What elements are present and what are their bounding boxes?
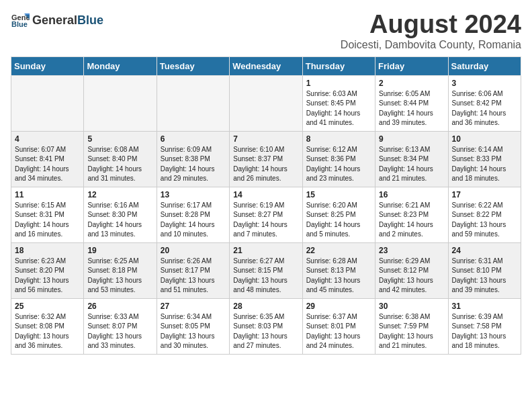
logo-general: General	[32, 13, 77, 28]
day-number: 11	[15, 190, 80, 199]
day-info: Sunrise: 6:25 AM Sunset: 8:18 PM Dayligh…	[87, 257, 152, 295]
day-number: 22	[306, 246, 371, 255]
month-year: August 2024	[341, 11, 521, 39]
day-number: 2	[379, 79, 444, 88]
day-number: 13	[161, 190, 226, 199]
day-info: Sunrise: 6:38 AM Sunset: 7:59 PM Dayligh…	[379, 312, 444, 351]
day-cell: 24Sunrise: 6:31 AM Sunset: 8:10 PM Dayli…	[448, 242, 521, 298]
day-info: Sunrise: 6:28 AM Sunset: 8:13 PM Dayligh…	[306, 257, 371, 295]
weekday-header-thursday: Thursday	[302, 56, 375, 75]
day-cell: 22Sunrise: 6:28 AM Sunset: 8:13 PM Dayli…	[302, 242, 375, 298]
svg-text:Blue: Blue	[11, 20, 28, 28]
logo-icon: General Blue	[11, 11, 30, 30]
day-cell	[11, 75, 84, 131]
day-number: 15	[306, 190, 371, 199]
weekday-header-friday: Friday	[375, 56, 448, 75]
day-cell: 25Sunrise: 6:32 AM Sunset: 8:08 PM Dayli…	[11, 298, 84, 354]
day-cell	[230, 75, 302, 131]
day-cell	[84, 75, 157, 131]
day-info: Sunrise: 6:15 AM Sunset: 8:31 PM Dayligh…	[15, 201, 80, 240]
logo: General Blue GeneralBlue	[11, 11, 103, 30]
day-number: 21	[233, 246, 298, 255]
day-info: Sunrise: 6:06 AM Sunset: 8:42 PM Dayligh…	[452, 89, 517, 128]
day-cell: 18Sunrise: 6:23 AM Sunset: 8:20 PM Dayli…	[11, 242, 84, 298]
day-info: Sunrise: 6:20 AM Sunset: 8:25 PM Dayligh…	[306, 201, 371, 240]
day-number: 3	[452, 79, 517, 88]
day-cell: 12Sunrise: 6:16 AM Sunset: 8:30 PM Dayli…	[84, 187, 157, 242]
day-info: Sunrise: 6:16 AM Sunset: 8:30 PM Dayligh…	[87, 201, 152, 240]
title-area: August 2024 Doicesti, Dambovita County, …	[341, 11, 521, 51]
day-info: Sunrise: 6:12 AM Sunset: 8:36 PM Dayligh…	[306, 145, 371, 184]
day-cell: 15Sunrise: 6:20 AM Sunset: 8:25 PM Dayli…	[302, 187, 375, 242]
day-info: Sunrise: 6:10 AM Sunset: 8:37 PM Dayligh…	[233, 145, 298, 184]
day-cell: 10Sunrise: 6:14 AM Sunset: 8:33 PM Dayli…	[448, 131, 521, 187]
day-info: Sunrise: 6:23 AM Sunset: 8:20 PM Dayligh…	[15, 257, 80, 295]
day-cell: 2Sunrise: 6:05 AM Sunset: 8:44 PM Daylig…	[375, 75, 448, 131]
day-info: Sunrise: 6:17 AM Sunset: 8:28 PM Dayligh…	[161, 201, 226, 240]
day-info: Sunrise: 6:05 AM Sunset: 8:44 PM Dayligh…	[379, 89, 444, 128]
day-number: 4	[15, 134, 80, 144]
weekday-header-sunday: Sunday	[11, 56, 84, 75]
day-cell: 3Sunrise: 6:06 AM Sunset: 8:42 PM Daylig…	[448, 75, 521, 131]
day-number: 18	[15, 246, 80, 255]
day-number: 25	[15, 302, 80, 311]
weekday-header-monday: Monday	[84, 56, 157, 75]
day-number: 8	[306, 134, 371, 144]
calendar: SundayMondayTuesdayWednesdayThursdayFrid…	[11, 56, 521, 355]
day-cell: 20Sunrise: 6:26 AM Sunset: 8:17 PM Dayli…	[157, 242, 229, 298]
week-row-4: 18Sunrise: 6:23 AM Sunset: 8:20 PM Dayli…	[11, 242, 521, 298]
day-number: 23	[379, 246, 444, 255]
day-number: 29	[306, 302, 371, 311]
day-cell: 23Sunrise: 6:29 AM Sunset: 8:12 PM Dayli…	[375, 242, 448, 298]
day-number: 27	[161, 302, 226, 311]
day-info: Sunrise: 6:14 AM Sunset: 8:33 PM Dayligh…	[452, 145, 517, 184]
day-number: 26	[87, 302, 152, 311]
day-cell: 16Sunrise: 6:21 AM Sunset: 8:23 PM Dayli…	[375, 187, 448, 242]
day-number: 24	[452, 246, 517, 255]
day-cell	[157, 75, 229, 131]
day-number: 14	[233, 190, 298, 199]
day-info: Sunrise: 6:37 AM Sunset: 8:01 PM Dayligh…	[306, 312, 371, 351]
day-cell: 17Sunrise: 6:22 AM Sunset: 8:22 PM Dayli…	[448, 187, 521, 242]
day-number: 20	[161, 246, 226, 255]
day-number: 31	[452, 302, 517, 311]
day-number: 6	[161, 134, 226, 144]
day-cell: 29Sunrise: 6:37 AM Sunset: 8:01 PM Dayli…	[302, 298, 375, 354]
week-row-3: 11Sunrise: 6:15 AM Sunset: 8:31 PM Dayli…	[11, 187, 521, 242]
day-info: Sunrise: 6:19 AM Sunset: 8:27 PM Dayligh…	[233, 201, 298, 240]
week-row-1: 1Sunrise: 6:03 AM Sunset: 8:45 PM Daylig…	[11, 75, 521, 131]
day-info: Sunrise: 6:29 AM Sunset: 8:12 PM Dayligh…	[379, 257, 444, 295]
day-info: Sunrise: 6:09 AM Sunset: 8:38 PM Dayligh…	[161, 145, 226, 184]
day-cell: 21Sunrise: 6:27 AM Sunset: 8:15 PM Dayli…	[230, 242, 302, 298]
week-row-5: 25Sunrise: 6:32 AM Sunset: 8:08 PM Dayli…	[11, 298, 521, 354]
day-info: Sunrise: 6:31 AM Sunset: 8:10 PM Dayligh…	[452, 257, 517, 295]
header: General Blue GeneralBlue August 2024 Doi…	[11, 11, 521, 51]
day-cell: 13Sunrise: 6:17 AM Sunset: 8:28 PM Dayli…	[157, 187, 229, 242]
day-cell: 11Sunrise: 6:15 AM Sunset: 8:31 PM Dayli…	[11, 187, 84, 242]
day-cell: 27Sunrise: 6:34 AM Sunset: 8:05 PM Dayli…	[157, 298, 229, 354]
day-cell: 8Sunrise: 6:12 AM Sunset: 8:36 PM Daylig…	[302, 131, 375, 187]
day-number: 10	[452, 134, 517, 144]
day-info: Sunrise: 6:26 AM Sunset: 8:17 PM Dayligh…	[161, 257, 226, 295]
calendar-header: SundayMondayTuesdayWednesdayThursdayFrid…	[11, 56, 521, 75]
day-cell: 26Sunrise: 6:33 AM Sunset: 8:07 PM Dayli…	[84, 298, 157, 354]
calendar-body: 1Sunrise: 6:03 AM Sunset: 8:45 PM Daylig…	[11, 75, 521, 354]
day-cell: 1Sunrise: 6:03 AM Sunset: 8:45 PM Daylig…	[302, 75, 375, 131]
day-number: 12	[87, 190, 152, 199]
day-info: Sunrise: 6:33 AM Sunset: 8:07 PM Dayligh…	[87, 312, 152, 351]
day-info: Sunrise: 6:32 AM Sunset: 8:08 PM Dayligh…	[15, 312, 80, 351]
day-info: Sunrise: 6:22 AM Sunset: 8:22 PM Dayligh…	[452, 201, 517, 240]
weekday-header-tuesday: Tuesday	[157, 56, 229, 75]
day-number: 16	[379, 190, 444, 199]
day-info: Sunrise: 6:21 AM Sunset: 8:23 PM Dayligh…	[379, 201, 444, 240]
day-info: Sunrise: 6:03 AM Sunset: 8:45 PM Dayligh…	[306, 89, 371, 128]
day-number: 9	[379, 134, 444, 144]
day-number: 5	[87, 134, 152, 144]
day-info: Sunrise: 6:39 AM Sunset: 7:58 PM Dayligh…	[452, 312, 517, 351]
day-info: Sunrise: 6:13 AM Sunset: 8:34 PM Dayligh…	[379, 145, 444, 184]
day-number: 19	[87, 246, 152, 255]
day-cell: 28Sunrise: 6:35 AM Sunset: 8:03 PM Dayli…	[230, 298, 302, 354]
day-cell: 5Sunrise: 6:08 AM Sunset: 8:40 PM Daylig…	[84, 131, 157, 187]
day-number: 17	[452, 190, 517, 199]
day-info: Sunrise: 6:08 AM Sunset: 8:40 PM Dayligh…	[87, 145, 152, 184]
